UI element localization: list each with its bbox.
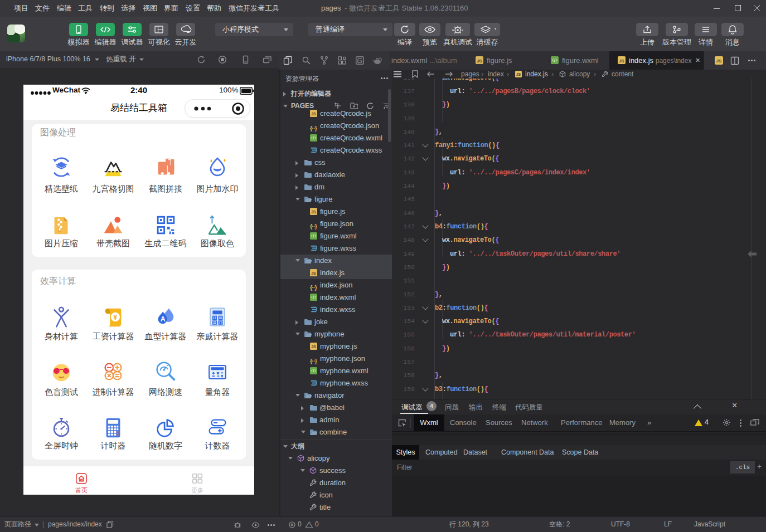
svg-text:JS: JS xyxy=(516,72,521,76)
svg-text:JS: JS xyxy=(716,58,722,64)
svg-text:JS: JS xyxy=(311,271,316,275)
svg-text:JS: JS xyxy=(311,112,316,116)
svg-text:JS: JS xyxy=(311,345,316,349)
svg-text:JS: JS xyxy=(311,210,316,214)
svg-text:A: A xyxy=(161,315,166,323)
svg-text:¥: ¥ xyxy=(113,314,117,321)
svg-text:JS: JS xyxy=(477,58,482,64)
svg-text:JS: JS xyxy=(619,58,624,64)
